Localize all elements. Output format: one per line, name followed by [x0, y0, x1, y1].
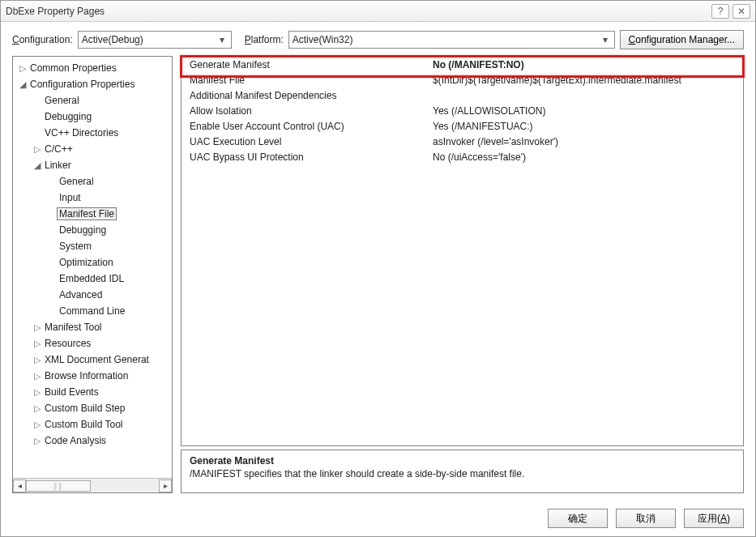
tree-twisty-icon[interactable]: ▷	[32, 322, 42, 333]
property-row[interactable]: Generate ManifestNo (/MANIFEST:NO)	[182, 57, 743, 72]
property-name: Manifest File	[182, 75, 433, 86]
tree-twisty-icon[interactable]: ▷	[32, 144, 42, 155]
configuration-value: Active(Debug)	[82, 34, 216, 45]
property-name: UAC Execution Level	[182, 136, 433, 147]
tree-item[interactable]: ▷Custom Build Step	[13, 400, 172, 416]
config-toolbar: Configuration: Active(Debug) ▾ Platform:…	[1, 22, 755, 56]
cancel-button[interactable]: 取消	[616, 509, 676, 528]
property-name: UAC Bypass UI Protection	[182, 151, 433, 163]
tree-item[interactable]: Advanced	[13, 287, 172, 303]
tree-item-label: Command Line	[57, 305, 127, 318]
tree-item[interactable]: ◢Configuration Properties	[13, 76, 172, 92]
tree-item[interactable]: General	[13, 92, 172, 109]
tree-item[interactable]: Debugging	[13, 109, 172, 125]
property-row[interactable]: UAC Bypass UI ProtectionNo (/uiAccess='f…	[182, 149, 743, 164]
tree-item[interactable]: ▷Custom Build Tool	[13, 416, 172, 433]
property-row[interactable]: Manifest File$(IntDir)$(TargetName)$(Tar…	[182, 72, 743, 87]
tree-item-label: Advanced	[57, 288, 105, 301]
property-value[interactable]: asInvoker (/level='asInvoker')	[433, 136, 743, 147]
tree-item-label: Linker	[42, 159, 74, 172]
tree-twisty-icon[interactable]: ◢	[18, 79, 28, 90]
tree-item-label: System	[57, 240, 94, 253]
configuration-manager-button[interactable]: Configuration Manager...	[620, 30, 744, 49]
tree-item[interactable]: General	[13, 173, 172, 190]
scroll-left-icon[interactable]: ◂	[13, 479, 26, 492]
tree-item[interactable]: Command Line	[13, 303, 172, 319]
tree-item-label: Embedded IDL	[57, 272, 126, 285]
property-value[interactable]: No (/MANIFEST:NO)	[433, 59, 743, 70]
tree-horizontal-scrollbar[interactable]: ◂ ∥∥ ▸	[13, 478, 172, 492]
tree-twisty-icon[interactable]: ▷	[32, 403, 42, 414]
tree-item-label: XML Document Generat	[42, 353, 152, 366]
platform-value: Active(Win32)	[293, 34, 600, 45]
property-row[interactable]: UAC Execution LevelasInvoker (/level='as…	[182, 134, 743, 149]
tree-item-label: Manifest Tool	[42, 321, 104, 334]
tree-item-label: Debugging	[57, 224, 109, 237]
chevron-down-icon: ▾	[600, 34, 611, 45]
tree-item[interactable]: Debugging	[13, 222, 172, 238]
tree-twisty-icon[interactable]: ▷	[32, 436, 42, 446]
tree-item-label: Common Properties	[28, 62, 119, 75]
tree-item-label: Resources	[42, 337, 93, 350]
tree-item[interactable]: ▷Common Properties	[13, 60, 172, 76]
help-button[interactable]: ?	[711, 4, 729, 19]
tree-twisty-icon[interactable]: ▷	[32, 339, 42, 349]
tree-twisty-icon[interactable]: ▷	[32, 355, 42, 365]
property-value[interactable]: Yes (/MANIFESTUAC:)	[433, 121, 743, 132]
ok-button[interactable]: 确定	[548, 509, 608, 528]
tree-item[interactable]: ▷XML Document Generat	[13, 352, 172, 368]
dialog-footer: 确定 取消 应用(A)	[548, 509, 744, 528]
configuration-combo[interactable]: Active(Debug) ▾	[78, 31, 232, 49]
configuration-label: Configuration:	[12, 34, 73, 45]
tree-twisty-icon[interactable]: ▷	[32, 387, 42, 398]
tree-item-label: Manifest File	[57, 207, 117, 220]
tree-item-label: Browse Information	[42, 369, 130, 382]
tree-item[interactable]: ▷Manifest Tool	[13, 319, 172, 335]
tree-item[interactable]: ▷Resources	[13, 335, 172, 352]
tree-twisty-icon[interactable]: ▷	[32, 371, 42, 381]
tree-item-label: Build Events	[42, 386, 101, 398]
tree-item[interactable]: ▷Browse Information	[13, 368, 172, 384]
tree-item[interactable]: ◢Linker	[13, 157, 172, 173]
tree-twisty-icon[interactable]: ◢	[32, 160, 42, 171]
tree-item[interactable]: Embedded IDL	[13, 271, 172, 287]
scroll-track[interactable]: ∥∥	[26, 479, 159, 492]
property-row[interactable]: Enable User Account Control (UAC)Yes (/M…	[182, 118, 743, 134]
property-value[interactable]: $(IntDir)$(TargetName)$(TargetExt).inter…	[433, 75, 743, 86]
tree-twisty-icon[interactable]: ▷	[32, 420, 42, 430]
property-row[interactable]: Allow IsolationYes (/ALLOWISOLATION)	[182, 103, 743, 118]
scroll-right-icon[interactable]: ▸	[159, 479, 172, 492]
property-row[interactable]: Additional Manifest Dependencies	[182, 87, 743, 103]
chevron-down-icon: ▾	[216, 34, 228, 45]
category-tree[interactable]: ▷Common Properties◢Configuration Propert…	[13, 57, 172, 478]
property-value[interactable]: Yes (/ALLOWISOLATION)	[433, 105, 743, 117]
property-grid[interactable]: Generate ManifestNo (/MANIFEST:NO)Manife…	[182, 57, 743, 164]
apply-button[interactable]: 应用(A)	[684, 509, 744, 528]
property-value[interactable]: No (/uiAccess='false')	[433, 151, 743, 163]
tree-item[interactable]: Input	[13, 190, 172, 206]
property-name: Allow Isolation	[182, 105, 433, 117]
tree-item[interactable]: ▷C/C++	[13, 141, 172, 157]
tree-item-label: Custom Build Tool	[42, 418, 126, 431]
window-title: DbExe Property Pages	[6, 6, 708, 17]
tree-item-label: Debugging	[42, 110, 94, 123]
platform-combo[interactable]: Active(Win32) ▾	[288, 31, 615, 49]
scroll-thumb[interactable]: ∥∥	[26, 480, 91, 492]
tree-item-label: Code Analysis	[42, 434, 109, 447]
tree-twisty-icon[interactable]: ▷	[18, 63, 28, 74]
tree-item[interactable]: VC++ Directories	[13, 125, 172, 141]
tree-item-label: General	[42, 94, 82, 107]
tree-item[interactable]: Manifest File	[13, 206, 172, 222]
description-text: /MANIFEST specifies that the linker shou…	[190, 468, 735, 479]
tree-item[interactable]: ▷Build Events	[13, 384, 172, 400]
tree-item-label: Input	[57, 191, 83, 204]
tree-item[interactable]: ▷Code Analysis	[13, 433, 172, 449]
tree-item-label: C/C++	[42, 143, 75, 156]
tree-item[interactable]: System	[13, 238, 172, 254]
close-button[interactable]: ✕	[733, 4, 750, 19]
title-bar: DbExe Property Pages ? ✕	[1, 1, 755, 22]
platform-label: Platform:	[245, 34, 284, 45]
tree-item-label: VC++ Directories	[42, 126, 121, 139]
tree-item[interactable]: Optimization	[13, 254, 172, 271]
tree-item-label: Configuration Properties	[28, 78, 137, 91]
